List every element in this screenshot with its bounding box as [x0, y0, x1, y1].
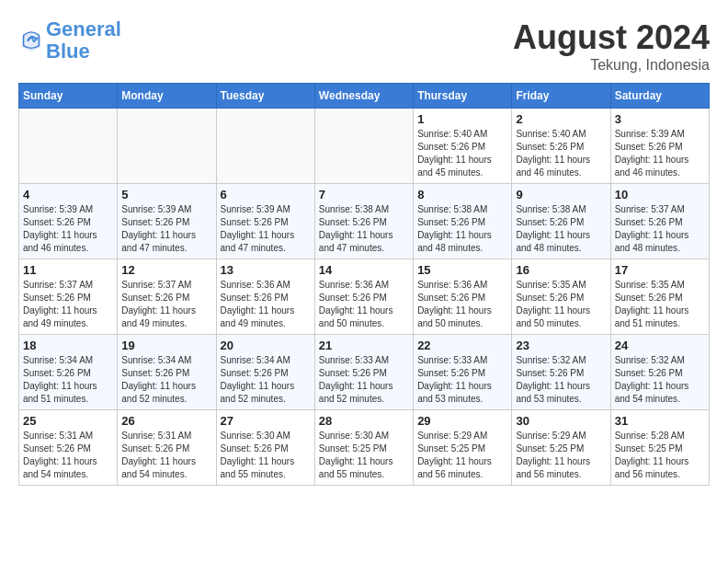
- day-number: 6: [221, 188, 311, 201]
- day-number: 31: [615, 414, 705, 428]
- day-number: 2: [516, 112, 606, 126]
- day-info: Sunrise: 5:34 AMSunset: 5:26 PMDaylight:…: [221, 354, 311, 406]
- calendar-cell: 14Sunrise: 5:36 AMSunset: 5:26 PMDayligh…: [314, 259, 413, 335]
- day-number: 9: [516, 188, 606, 201]
- location-subtitle: Tekung, Indonesia: [513, 57, 710, 74]
- day-info: Sunrise: 5:37 AMSunset: 5:26 PMDaylight:…: [23, 279, 113, 330]
- calendar-header: SundayMondayTuesdayWednesdayThursdayFrid…: [19, 84, 710, 109]
- day-info: Sunrise: 5:38 AMSunset: 5:26 PMDaylight:…: [516, 203, 606, 255]
- calendar-cell: 27Sunrise: 5:30 AMSunset: 5:26 PMDayligh…: [216, 410, 314, 486]
- header-monday: Monday: [118, 84, 216, 109]
- calendar-cell: 28Sunrise: 5:30 AMSunset: 5:25 PMDayligh…: [314, 410, 413, 486]
- day-number: 22: [417, 339, 507, 352]
- day-info: Sunrise: 5:31 AMSunset: 5:26 PMDaylight:…: [121, 430, 211, 481]
- day-info: Sunrise: 5:31 AMSunset: 5:26 PMDaylight:…: [23, 430, 113, 481]
- header-friday: Friday: [512, 84, 610, 109]
- calendar-cell: 29Sunrise: 5:29 AMSunset: 5:25 PMDayligh…: [414, 410, 512, 486]
- day-number: 17: [615, 263, 705, 277]
- day-info: Sunrise: 5:29 AMSunset: 5:25 PMDaylight:…: [516, 430, 606, 481]
- header-sunday: Sunday: [19, 84, 118, 109]
- day-number: 3: [615, 112, 705, 126]
- calendar-cell: 3Sunrise: 5:39 AMSunset: 5:26 PMDaylight…: [610, 109, 709, 184]
- page-header: General Blue August 2024 Tekung, Indones…: [18, 18, 710, 74]
- day-info: Sunrise: 5:29 AMSunset: 5:25 PMDaylight:…: [417, 430, 507, 481]
- day-info: Sunrise: 5:34 AMSunset: 5:26 PMDaylight:…: [23, 354, 113, 406]
- header-wednesday: Wednesday: [314, 84, 413, 109]
- week-row-5: 25Sunrise: 5:31 AMSunset: 5:26 PMDayligh…: [19, 410, 710, 486]
- day-info: Sunrise: 5:32 AMSunset: 5:26 PMDaylight:…: [516, 354, 606, 406]
- day-info: Sunrise: 5:33 AMSunset: 5:26 PMDaylight:…: [319, 354, 409, 406]
- day-number: 24: [615, 339, 705, 352]
- week-row-4: 18Sunrise: 5:34 AMSunset: 5:26 PMDayligh…: [19, 335, 710, 410]
- day-info: Sunrise: 5:36 AMSunset: 5:26 PMDaylight:…: [319, 279, 409, 330]
- day-number: 1: [417, 112, 507, 126]
- day-info: Sunrise: 5:39 AMSunset: 5:26 PMDaylight:…: [121, 203, 211, 255]
- header-thursday: Thursday: [414, 84, 512, 109]
- day-number: 27: [221, 414, 311, 428]
- week-row-3: 11Sunrise: 5:37 AMSunset: 5:26 PMDayligh…: [19, 259, 710, 335]
- calendar-cell: 9Sunrise: 5:38 AMSunset: 5:26 PMDaylight…: [512, 184, 610, 259]
- calendar-body: 1Sunrise: 5:40 AMSunset: 5:26 PMDaylight…: [19, 109, 710, 486]
- logo: General Blue: [18, 18, 121, 63]
- day-info: Sunrise: 5:38 AMSunset: 5:26 PMDaylight:…: [319, 203, 409, 255]
- calendar-cell: 23Sunrise: 5:32 AMSunset: 5:26 PMDayligh…: [512, 335, 610, 410]
- day-number: 30: [516, 414, 606, 428]
- calendar-cell: 31Sunrise: 5:28 AMSunset: 5:25 PMDayligh…: [610, 410, 709, 486]
- day-number: 28: [319, 414, 409, 428]
- calendar-cell: 2Sunrise: 5:40 AMSunset: 5:26 PMDaylight…: [512, 109, 610, 184]
- logo-icon: [18, 28, 44, 53]
- calendar-cell: 20Sunrise: 5:34 AMSunset: 5:26 PMDayligh…: [216, 335, 314, 410]
- day-number: 23: [516, 339, 606, 352]
- day-number: 26: [121, 414, 211, 428]
- day-number: 4: [23, 188, 113, 201]
- day-info: Sunrise: 5:36 AMSunset: 5:26 PMDaylight:…: [417, 279, 507, 330]
- calendar-cell: 16Sunrise: 5:35 AMSunset: 5:26 PMDayligh…: [512, 259, 610, 335]
- day-info: Sunrise: 5:35 AMSunset: 5:26 PMDaylight:…: [516, 279, 606, 330]
- calendar-table: SundayMondayTuesdayWednesdayThursdayFrid…: [18, 83, 710, 486]
- day-number: 5: [121, 188, 211, 201]
- day-info: Sunrise: 5:28 AMSunset: 5:25 PMDaylight:…: [615, 430, 705, 481]
- calendar-cell: 7Sunrise: 5:38 AMSunset: 5:26 PMDaylight…: [314, 184, 413, 259]
- calendar-cell: 24Sunrise: 5:32 AMSunset: 5:26 PMDayligh…: [610, 335, 709, 410]
- day-info: Sunrise: 5:39 AMSunset: 5:26 PMDaylight:…: [221, 203, 311, 255]
- calendar-cell: 8Sunrise: 5:38 AMSunset: 5:26 PMDaylight…: [414, 184, 512, 259]
- calendar-cell: 25Sunrise: 5:31 AMSunset: 5:26 PMDayligh…: [19, 410, 118, 486]
- day-info: Sunrise: 5:40 AMSunset: 5:26 PMDaylight:…: [516, 128, 606, 179]
- day-number: 19: [121, 339, 211, 352]
- calendar-cell: 22Sunrise: 5:33 AMSunset: 5:26 PMDayligh…: [414, 335, 512, 410]
- calendar-cell: [118, 109, 216, 184]
- calendar-cell: 19Sunrise: 5:34 AMSunset: 5:26 PMDayligh…: [118, 335, 216, 410]
- day-number: 14: [319, 263, 409, 277]
- calendar-cell: 12Sunrise: 5:37 AMSunset: 5:26 PMDayligh…: [118, 259, 216, 335]
- day-number: 13: [221, 263, 311, 277]
- day-info: Sunrise: 5:30 AMSunset: 5:26 PMDaylight:…: [221, 430, 311, 481]
- day-info: Sunrise: 5:36 AMSunset: 5:26 PMDaylight:…: [221, 279, 311, 330]
- day-number: 12: [121, 263, 211, 277]
- day-number: 29: [417, 414, 507, 428]
- day-info: Sunrise: 5:34 AMSunset: 5:26 PMDaylight:…: [121, 354, 211, 406]
- logo-text: General Blue: [46, 18, 121, 63]
- header-tuesday: Tuesday: [216, 84, 314, 109]
- day-info: Sunrise: 5:39 AMSunset: 5:26 PMDaylight:…: [23, 203, 113, 255]
- day-info: Sunrise: 5:37 AMSunset: 5:26 PMDaylight:…: [615, 203, 705, 255]
- calendar-cell: 6Sunrise: 5:39 AMSunset: 5:26 PMDaylight…: [216, 184, 314, 259]
- day-number: 15: [417, 263, 507, 277]
- calendar-cell: 10Sunrise: 5:37 AMSunset: 5:26 PMDayligh…: [610, 184, 709, 259]
- day-number: 7: [319, 188, 409, 201]
- calendar-cell: 5Sunrise: 5:39 AMSunset: 5:26 PMDaylight…: [118, 184, 216, 259]
- week-row-1: 1Sunrise: 5:40 AMSunset: 5:26 PMDaylight…: [19, 109, 710, 184]
- day-number: 8: [417, 188, 507, 201]
- day-info: Sunrise: 5:37 AMSunset: 5:26 PMDaylight:…: [121, 279, 211, 330]
- calendar-cell: [216, 109, 314, 184]
- day-info: Sunrise: 5:35 AMSunset: 5:26 PMDaylight:…: [615, 279, 705, 330]
- calendar-cell: 21Sunrise: 5:33 AMSunset: 5:26 PMDayligh…: [314, 335, 413, 410]
- calendar-cell: [19, 109, 118, 184]
- day-number: 16: [516, 263, 606, 277]
- calendar-cell: 15Sunrise: 5:36 AMSunset: 5:26 PMDayligh…: [414, 259, 512, 335]
- calendar-cell: 11Sunrise: 5:37 AMSunset: 5:26 PMDayligh…: [19, 259, 118, 335]
- day-info: Sunrise: 5:33 AMSunset: 5:26 PMDaylight:…: [417, 354, 507, 406]
- day-info: Sunrise: 5:32 AMSunset: 5:26 PMDaylight:…: [615, 354, 705, 406]
- calendar-cell: [314, 109, 413, 184]
- header-saturday: Saturday: [610, 84, 709, 109]
- calendar-cell: 13Sunrise: 5:36 AMSunset: 5:26 PMDayligh…: [216, 259, 314, 335]
